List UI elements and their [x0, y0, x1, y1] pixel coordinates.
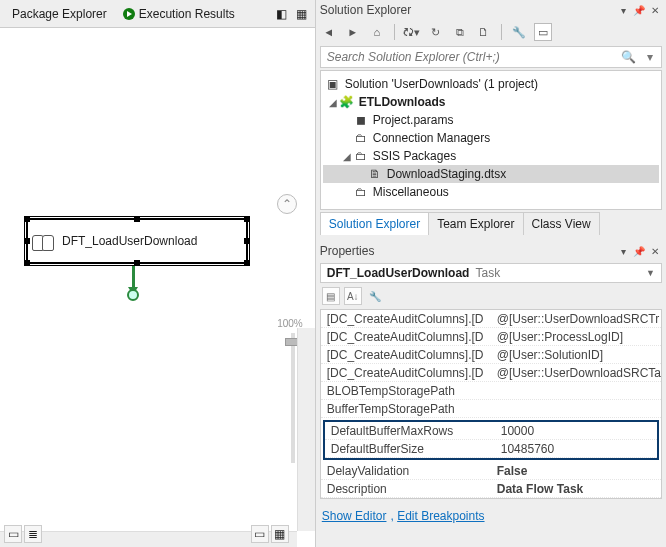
search-solution-explorer: 🔍 ▾	[320, 46, 662, 68]
collapse-all-icon[interactable]: ⧉	[451, 23, 469, 41]
dropdown-icon[interactable]: ▾	[616, 244, 630, 258]
canvas-tools-right: ▭ ▦	[251, 525, 289, 543]
prop-row: BLOBTempStoragePath	[321, 382, 661, 400]
preview-icon[interactable]: ▭	[534, 23, 552, 41]
home-icon[interactable]: ⌂	[368, 23, 386, 41]
tree-solution-root[interactable]: ▣Solution 'UserDownloads' (1 project)	[323, 75, 659, 93]
properties-target-type: Task	[475, 266, 500, 280]
folder-icon: 🗀	[353, 149, 369, 163]
search-icon[interactable]: 🔍	[617, 47, 639, 67]
solution-tree[interactable]: ▣Solution 'UserDownloads' (1 project) ◢🧩…	[320, 70, 662, 210]
forward-icon[interactable]: ►	[344, 23, 362, 41]
prop-row: [DC_CreateAuditColumns].[D@[User::UserDo…	[321, 310, 661, 328]
tree-project[interactable]: ◢🧩ETLDownloads	[323, 93, 659, 111]
search-input[interactable]	[321, 47, 617, 67]
precedence-endpoint[interactable]	[127, 289, 139, 301]
tool-fit-icon[interactable]: ▭	[251, 525, 269, 543]
pin-icon[interactable]: 📌	[632, 244, 646, 258]
data-flow-task[interactable]: DFT_LoadUserDownload	[26, 218, 248, 264]
tree-item-package[interactable]: 🗎DownloadStaging.dtsx	[323, 165, 659, 183]
tab-solution-explorer[interactable]: Solution Explorer	[320, 212, 429, 235]
tool-list-icon[interactable]: ≣	[24, 525, 42, 543]
designer-tabs: Package Explorer Execution Results ◧ ▦	[0, 0, 315, 28]
dtsx-icon: 🗎	[367, 167, 383, 181]
properties-highlight: DefaultBufferMaxRows10000 DefaultBufferS…	[323, 420, 659, 460]
properties-header: Properties ▾ 📌 ✕	[316, 241, 666, 261]
tree-item-misc[interactable]: 🗀Miscellaneous	[323, 183, 659, 201]
tool-pan-icon[interactable]: ▦	[271, 525, 289, 543]
sort-az-icon[interactable]: A↓	[344, 287, 362, 305]
canvas-tools-left: ▭ ≣	[4, 525, 42, 543]
chevron-down-icon[interactable]: ◢	[341, 151, 353, 162]
tree-item-ssis[interactable]: ◢🗀SSIS Packages	[323, 147, 659, 165]
wrench-icon[interactable]: 🔧	[366, 287, 384, 305]
panel-title: Properties	[320, 244, 614, 258]
properties-links: Show Editor, Edit Breakpoints	[316, 501, 666, 531]
properties-target-name: DFT_LoadUserDownload	[327, 266, 470, 280]
task-label: DFT_LoadUserDownload	[62, 234, 197, 248]
data-flow-task-icon	[32, 230, 54, 252]
pin-icon[interactable]: 📌	[632, 3, 646, 17]
dropdown-icon[interactable]: ▾	[616, 3, 630, 17]
back-icon[interactable]: ◄	[320, 23, 338, 41]
solution-explorer-toolbar: ◄ ► ⌂ 🗘▾ ↻ ⧉ 🗋 🔧 ▭	[316, 20, 666, 44]
link-show-editor[interactable]: Show Editor	[322, 509, 387, 523]
link-edit-breakpoints[interactable]: Edit Breakpoints	[397, 509, 484, 523]
refresh-icon[interactable]: ↻	[427, 23, 445, 41]
project-icon: 🧩	[339, 95, 355, 109]
close-icon[interactable]: ✕	[648, 244, 662, 258]
properties-icon[interactable]: 🔧	[510, 23, 528, 41]
design-canvas[interactable]: ⌃ DFT_LoadUserDownload 100% ▭ ≣ ▭ ▦	[0, 28, 315, 547]
explorer-tabs: Solution Explorer Team Explorer Class Vi…	[320, 212, 662, 235]
solution-icon: ▣	[325, 77, 341, 91]
prop-row: [DC_CreateAuditColumns].[D@[User::UserDo…	[321, 364, 661, 382]
chevron-down-icon[interactable]: ▼	[646, 268, 655, 278]
tab-package-explorer[interactable]: Package Explorer	[4, 3, 115, 25]
solution-explorer-header: Solution Explorer ▾ 📌 ✕	[316, 0, 666, 20]
show-all-icon[interactable]: 🗋	[475, 23, 493, 41]
properties-target[interactable]: DFT_LoadUserDownload Task ▼	[320, 263, 662, 283]
chevron-down-icon[interactable]: ◢	[327, 97, 339, 108]
zoom-slider-track[interactable]	[291, 333, 295, 463]
panel-title: Solution Explorer	[320, 3, 614, 17]
play-icon	[123, 8, 135, 20]
properties-grid[interactable]: [DC_CreateAuditColumns].[D@[User::UserDo…	[320, 309, 662, 499]
close-icon[interactable]: ✕	[648, 3, 662, 17]
properties-toolbar: ▤ A↓ 🔧	[316, 285, 666, 307]
toolbox-icon[interactable]: ◧	[273, 5, 291, 23]
designer-pane: Package Explorer Execution Results ◧ ▦ ⌃…	[0, 0, 316, 547]
prop-row: DelayValidationFalse	[321, 462, 661, 480]
search-chevron-icon[interactable]: ▾	[639, 47, 661, 67]
folder-icon: 🗀	[353, 185, 369, 199]
prop-row: [DC_CreateAuditColumns].[D@[User::Soluti…	[321, 346, 661, 364]
folder-icon: 🗀	[353, 131, 369, 145]
tab-class-view[interactable]: Class View	[523, 212, 600, 235]
prop-row: BufferTempStoragePath	[321, 400, 661, 418]
tool-variables-icon[interactable]: ▭	[4, 525, 22, 543]
categorized-icon[interactable]: ▤	[322, 287, 340, 305]
prop-row-defaultbuffersize: DefaultBufferSize10485760	[325, 440, 657, 458]
tab-execution-results[interactable]: Execution Results	[115, 3, 243, 25]
grid-icon[interactable]: ▦	[293, 5, 311, 23]
params-icon: ◼	[353, 113, 369, 127]
tab-team-explorer[interactable]: Team Explorer	[428, 212, 523, 235]
tree-item-params[interactable]: ◼Project.params	[323, 111, 659, 129]
collapse-region-icon[interactable]: ⌃	[277, 194, 297, 214]
vertical-scrollbar[interactable]	[297, 328, 315, 531]
sync-icon[interactable]: 🗘▾	[403, 23, 421, 41]
prop-row-defaultbuffermaxrows: DefaultBufferMaxRows10000	[325, 422, 657, 440]
prop-row: DescriptionData Flow Task	[321, 480, 661, 498]
tree-item-connmgr[interactable]: 🗀Connection Managers	[323, 129, 659, 147]
prop-row: [DC_CreateAuditColumns].[D@[User::Proces…	[321, 328, 661, 346]
